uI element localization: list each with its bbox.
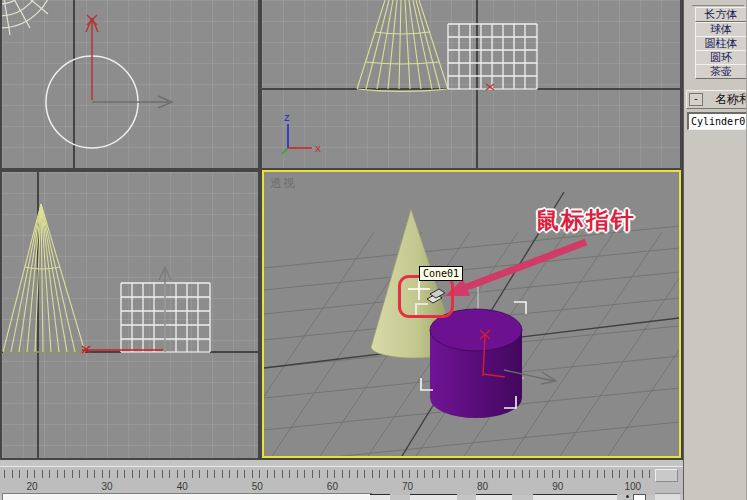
ruler-tick [274,470,275,478]
ruler-tick [27,470,28,478]
viewport-top[interactable] [2,0,258,168]
ruler-tick [304,470,305,478]
ruler-tick [72,470,73,478]
ruler-tick [334,470,335,478]
ruler-tick [357,470,358,478]
ruler-tick [312,470,313,478]
clipped-button-fragment [692,0,744,6]
ruler-tick [409,470,410,478]
name-color-rollout-header[interactable]: - 名称和颜色 [686,90,747,109]
ruler-tick [342,470,343,478]
ruler-tick [619,470,620,478]
ruler-tick [289,470,290,478]
ruler-tick [417,470,418,478]
ruler-tick [439,470,440,478]
cone-top-wireframe [2,0,58,35]
ruler-tick [64,470,65,478]
timeline-ruler[interactable]: 2030405060708090100 [0,466,683,495]
ruler-tick [387,470,388,478]
ruler-tick [477,470,478,478]
ruler-tick [327,470,328,478]
statusbar-checkbox[interactable] [633,494,646,500]
ruler-tick [574,470,575,478]
ruler-tick [267,470,268,478]
ruler-tick [139,470,140,478]
top-view-drawing [2,0,258,168]
ruler-tick [42,470,43,478]
ruler-tick [222,470,223,478]
track-bar[interactable] [2,493,372,500]
rollout-collapse-button[interactable]: - [689,93,703,106]
ruler-tick [447,470,448,478]
viewport-left[interactable] [2,172,258,458]
statusbar-fragment [476,494,512,500]
ruler-tick [559,470,560,478]
ruler-tick [649,470,650,478]
statusbar-fragment [533,494,617,500]
ruler-tick [147,470,148,478]
ruler-tick [552,470,553,478]
ruler-tick [124,470,125,478]
viewport-label: 透视 [270,175,296,192]
viewport-axis-tripod: Z X [282,113,321,154]
viewport-perspective[interactable]: 透视 Cone01 鼠标指针 [264,172,679,456]
ruler-tick [597,470,598,478]
ruler-tick [102,470,103,478]
ruler-number: 60 [320,481,344,492]
ruler-number: 20 [20,481,44,492]
ruler-tick [297,470,298,478]
ruler-tick [199,470,200,478]
viewport-area: Z X [0,0,683,460]
primitive-button-teapot[interactable]: 茶壶 [695,64,747,79]
rollout-title: 名称和颜色 [715,93,747,106]
ruler-tick [177,470,178,478]
ruler-tick [484,470,485,478]
primitive-button-sphere[interactable]: 球体 [695,22,747,37]
ruler-tick [514,470,515,478]
ruler-number: 70 [396,481,420,492]
ruler-tick [499,470,500,478]
ruler-tick [49,470,50,478]
object-name-field[interactable]: Cylinder01 [687,112,747,130]
statusbar-fragment [410,494,457,500]
primitive-button-box[interactable]: 长方体 [695,7,747,22]
command-panel: 长方体 球体 圆柱体 圆环 茶壶 - 名称和颜色 Cylinder01 [683,0,747,500]
ruler-tick [529,470,530,478]
ruler-tick [252,470,253,478]
axis-z-label: Z [284,113,290,123]
ruler-tick [34,470,35,478]
ruler-tick [57,470,58,478]
ruler-tick [432,470,433,478]
statusbar-fragment [655,493,680,500]
ruler-number: 40 [170,481,194,492]
ruler-tick [259,470,260,478]
ruler-tick [184,470,185,478]
ruler-number: 80 [471,481,495,492]
ruler-tick [364,470,365,478]
primitive-button-cylinder[interactable]: 圆柱体 [695,36,747,51]
ruler-tick [4,470,5,478]
annotation-text: 鼠标指针 [536,205,636,236]
ruler-slider-handle[interactable] [655,469,678,482]
axis-x-label: X [315,144,321,154]
left-view-drawing [2,172,258,458]
bottom-strip: 2030405060708090100 [0,460,683,500]
ruler-tick [87,470,88,478]
ruler-tick [154,470,155,478]
ruler-tick [582,470,583,478]
gizmo-x-axis-arrow [92,96,172,108]
ruler-tick [522,470,523,478]
statusbar-dot [626,495,629,498]
ruler-tick [79,470,80,478]
ruler-tick [544,470,545,478]
ruler-tick [537,470,538,478]
primitive-button-torus[interactable]: 圆环 [695,50,747,65]
object-tooltip: Cone01 [419,266,463,281]
ruler-tick [214,470,215,478]
ruler-tick [207,470,208,478]
ruler-tick [162,470,163,478]
ruler-tick [372,470,373,478]
viewport-front[interactable]: Z X [262,0,680,168]
ruler-tick [462,470,463,478]
ruler-tick [604,470,605,478]
